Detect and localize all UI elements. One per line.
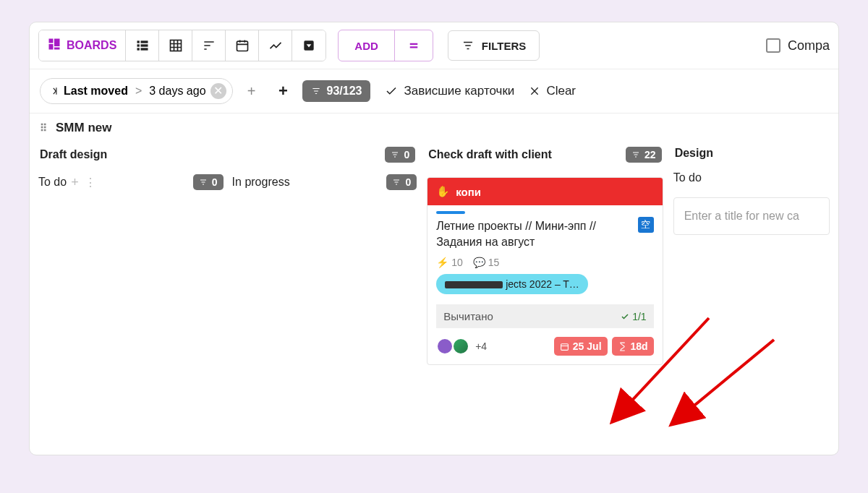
view-archive-button[interactable] [292,30,326,61]
column-design: Design To do Enter a title for new ca [673,142,830,365]
filters-label: FILTERS [482,40,526,52]
boards-icon [48,38,61,53]
column-title: Check draft with client [428,148,552,161]
effort-value: 10 [451,257,463,268]
filter-chip-value: 3 days ago [149,85,205,98]
saved-filter-button[interactable]: Зависшие карточки [385,84,514,98]
view-calendar-button[interactable] [226,30,259,61]
add-button[interactable]: ADD [339,30,395,61]
card-progress [427,205,662,214]
subcolumn-title: To do [38,176,67,189]
filter-chip-field: Last moved [64,85,128,98]
checklist-label: Вычитано [443,310,493,322]
column-draft-design: Draft design 0 To do + ⋮ [38,142,417,365]
app-window: BOARDS ADD [29,22,839,455]
age-badge[interactable]: 18d [612,337,654,356]
avatar[interactable] [452,338,469,355]
svg-rect-2 [54,39,60,47]
column-header[interactable]: Check draft with client 22 [427,142,663,167]
card-type-badge: 空 [638,217,654,233]
svg-rect-9 [140,48,148,50]
subcolumn-todo: To do + ⋮ 0 [38,171,224,193]
view-boards-button[interactable]: BOARDS [39,30,126,61]
new-card-input[interactable]: Enter a title for new ca [673,197,830,235]
filter-chip[interactable]: Last moved > 3 days ago ✕ [40,78,233,104]
checklist-row[interactable]: Вычитано 1/1 [436,304,653,328]
new-card-placeholder: Enter a title for new ca [684,210,799,222]
card-tag-row: jects 2022 – T… [427,271,662,297]
checkbox-icon [766,38,780,53]
subcolumn-title: In progress [232,176,290,189]
svg-rect-4 [137,40,139,43]
column-header[interactable]: Design [673,142,830,164]
add-button-secondary[interactable]: + [275,82,292,100]
view-list-button[interactable] [126,30,159,61]
due-date-text: 25 Jul [573,340,602,352]
add-more-button[interactable] [395,30,433,61]
card-footer: +4 25 Jul 18d [427,328,662,364]
subcolumn-inprogress: In progress 0 [232,171,417,193]
add-filter-button[interactable]: + [243,82,260,100]
compare-toggle[interactable]: Compa [766,38,830,53]
svg-rect-6 [137,44,139,46]
clear-filters-label: Clear [546,84,576,98]
compare-label: Compa [788,38,830,53]
subcolumn-header[interactable]: To do [673,168,830,187]
subcolumn-count-badge: 0 [193,174,224,190]
filter-count-text: 93/123 [327,85,362,98]
column-check-draft: Check draft with client 22 ✋ копи Летние… [427,142,663,365]
age-text: 18d [631,340,648,352]
close-icon[interactable]: ✕ [210,83,226,99]
avatar[interactable] [436,338,454,355]
clear-filters-button[interactable]: Clear [529,84,576,98]
svg-rect-47 [561,343,568,350]
hand-icon: ✋ [436,185,450,198]
comments-value: 15 [488,257,500,268]
comment-icon: 💬 [473,257,485,268]
add-card-icon[interactable]: + [71,175,79,190]
top-toolbar: BOARDS ADD [30,22,838,69]
column-count-badge: 22 [626,147,662,163]
board-columns: Draft design 0 To do + ⋮ [30,142,838,365]
drag-handle-icon[interactable]: ⠿ [40,122,48,134]
subcolumn-count-badge: 0 [386,174,417,190]
effort-icon: ⚡ [436,257,448,268]
card[interactable]: ✋ копи Летние проекты // Мини-эпп // Зад… [427,177,663,365]
card-meta: ⚡ 10 💬 15 [427,249,662,271]
svg-rect-18 [237,41,247,51]
subcolumn-header[interactable]: To do + ⋮ 0 [38,171,224,193]
checklist-stat: 1/1 [621,311,646,322]
due-date-badge[interactable]: 25 Jul [554,337,608,356]
svg-rect-10 [170,40,181,51]
view-chart-button[interactable] [259,30,292,61]
board-title: SMM new [56,121,111,135]
filter-row: Last moved > 3 days ago ✕ + + 93/123 Зав… [30,69,838,113]
filters-button[interactable]: FILTERS [448,30,540,61]
card-label: ✋ копи [427,178,662,205]
column-title: Draft design [40,148,107,161]
svg-rect-7 [140,44,148,46]
subcolumn-header[interactable]: In progress 0 [232,171,417,193]
view-switcher: BOARDS [38,30,326,61]
view-grid-button[interactable] [159,30,192,61]
svg-rect-1 [49,44,54,50]
saved-filter-label: Зависшие карточки [404,84,514,98]
card-label-text: копи [456,186,481,198]
svg-rect-3 [54,48,60,50]
svg-rect-5 [140,40,148,43]
filter-count-badge[interactable]: 93/123 [302,80,371,102]
view-boards-label: BOARDS [67,39,116,52]
view-sort-button[interactable] [192,30,226,61]
card-tag[interactable]: jects 2022 – T… [436,274,588,294]
add-button-group: ADD [338,30,433,61]
column-header[interactable]: Draft design 0 [38,142,417,167]
board-header: ⠿ SMM new [30,113,838,142]
svg-rect-8 [137,48,139,50]
column-count-badge: 0 [385,147,415,163]
avatar-more[interactable]: +4 [475,340,487,352]
more-icon[interactable]: ⋮ [85,176,96,189]
subcolumn-title: To do [673,171,702,184]
column-title: Design [675,147,713,160]
svg-rect-0 [49,39,54,43]
card-title: Летние проекты // Мини-эпп // Задания на… [427,214,637,249]
